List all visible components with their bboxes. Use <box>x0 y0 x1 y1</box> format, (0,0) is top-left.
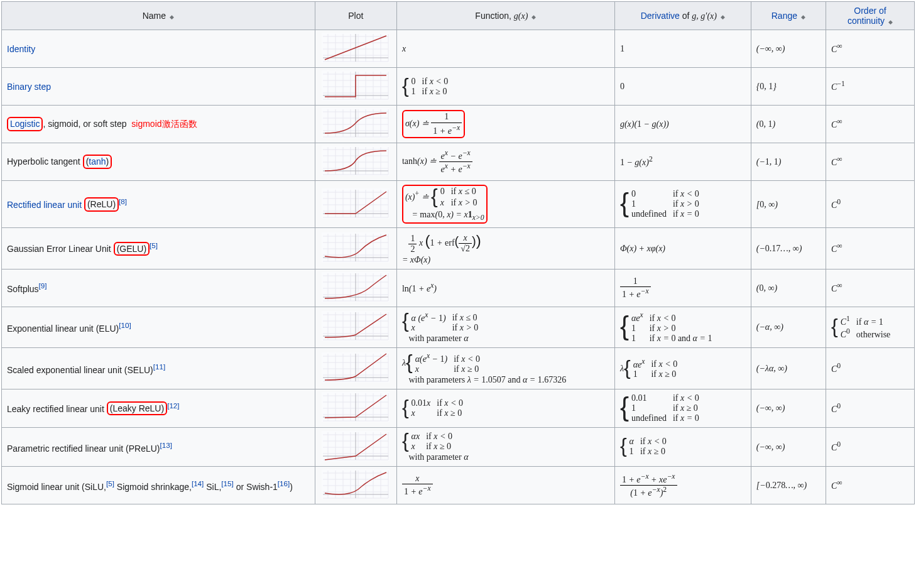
plot-thumbnail[interactable] <box>322 469 390 499</box>
cell-plot <box>315 68 396 106</box>
cell-name: Scaled exponential linear unit (SELU)[11… <box>2 348 315 389</box>
cell-derivative: 1 + e−x + xe−x(1 + e−x)2 <box>614 466 751 504</box>
cell-range: (0, ∞) <box>751 269 826 307</box>
table-row: Sigmoid linear unit (SiLU,[5] Sigmoid sh… <box>2 466 915 504</box>
cell-plot <box>315 181 396 228</box>
cell-continuity: {C1if α = 1C0otherwise <box>826 307 915 348</box>
cell-range: [−0.278…, ∞) <box>751 466 826 504</box>
header-derivative[interactable]: Derivative of g, g′(x) <box>614 2 751 30</box>
cell-name: Exponential linear unit (ELU)[10] <box>2 307 315 348</box>
cell-name: Binary step <box>2 68 315 106</box>
plot-thumbnail[interactable] <box>322 352 390 383</box>
cell-function: σ(x) ≐ 11 + e−x <box>396 106 614 143</box>
cell-range: (0, 1) <box>751 106 826 143</box>
cell-function: λ{α(ex − 1)if x < 0xif x ≥ 0 with parame… <box>396 348 614 389</box>
cell-function: tanh(x) ≐ ex − e−xex + e−x <box>396 143 614 181</box>
cell-derivative: 1 − g(x)2 <box>614 143 751 181</box>
cell-range: (−α, ∞) <box>751 307 826 348</box>
cell-name: Leaky rectified linear unit (Leaky ReLU)… <box>2 389 315 427</box>
plot-thumbnail[interactable] <box>322 108 390 138</box>
cell-function: x <box>396 30 614 68</box>
cell-continuity: C∞ <box>826 106 915 143</box>
cell-function: (x)+ ≐ {0if x ≤ 0xif x > 0 = max(0, x) =… <box>396 181 614 228</box>
cell-derivative: 1 <box>614 30 751 68</box>
cell-range: {0, 1} <box>751 68 826 106</box>
table-row: Rectified linear unit (ReLU)[8] (x)+ ≐ {… <box>2 181 915 228</box>
table-row: Exponential linear unit (ELU)[10] {α (ex… <box>2 307 915 348</box>
cell-derivative: {αexif x < 01if x > 01if x = 0 and α = 1 <box>614 307 751 348</box>
continuity-link[interactable]: Order of continuity <box>848 6 886 26</box>
cell-function: {0.01xif x < 0xif x ≥ 0 <box>396 389 614 427</box>
plot-thumbnail[interactable] <box>322 33 390 63</box>
cell-continuity: C∞ <box>826 30 915 68</box>
cell-continuity: C∞ <box>826 143 915 181</box>
cell-plot <box>315 269 396 307</box>
cell-name: Hyperbolic tangent (tanh) <box>2 143 315 181</box>
range-link[interactable]: Range <box>772 11 797 21</box>
cell-range: (−λα, ∞) <box>751 348 826 389</box>
derivative-link[interactable]: Derivative <box>641 11 680 21</box>
cell-continuity: C0 <box>826 427 915 466</box>
table-row: Parametric rectified linear unit (PReLU)… <box>2 427 915 466</box>
cell-derivative: {0.01if x < 01if x ≥ 0undefinedif x = 0 <box>614 389 751 427</box>
cell-derivative: Φ(x) + xφ(x) <box>614 228 751 269</box>
table-row: Gaussian Error Linear Unit (GELU)[5] 12 … <box>2 228 915 269</box>
table-row: Binary step {0if x < 01if x ≥ 0 0 {0, 1}… <box>2 68 915 106</box>
table-row: Scaled exponential linear unit (SELU)[11… <box>2 348 915 389</box>
cell-function: {αxif x < 0xif x ≥ 0 with parameter α <box>396 427 614 466</box>
header-function[interactable]: Function, g(x) <box>396 2 614 30</box>
plot-thumbnail[interactable] <box>322 272 390 302</box>
cell-range: (−∞, ∞) <box>751 30 826 68</box>
plot-thumbnail[interactable] <box>322 188 390 219</box>
cell-range: (−1, 1) <box>751 143 826 181</box>
header-range[interactable]: Range <box>751 2 826 30</box>
cell-name: Rectified linear unit (ReLU)[8] <box>2 181 315 228</box>
plot-thumbnail[interactable] <box>322 70 390 101</box>
cell-range: (−∞, ∞) <box>751 427 826 466</box>
cell-range: (−0.17…, ∞) <box>751 228 826 269</box>
header-name[interactable]: Name <box>2 2 315 30</box>
cell-function: x1 + e−x <box>396 466 614 504</box>
cell-function: {0if x < 01if x ≥ 0 <box>396 68 614 106</box>
plot-thumbnail[interactable] <box>322 311 390 341</box>
table-row: Logistic, sigmoid, or soft step sigmoid激… <box>2 106 915 143</box>
cell-derivative: {αif x < 01if x ≥ 0 <box>614 427 751 466</box>
cell-name: Sigmoid linear unit (SiLU,[5] Sigmoid sh… <box>2 466 315 504</box>
cell-continuity: C0 <box>826 389 915 427</box>
cell-plot <box>315 348 396 389</box>
cell-range: (−∞, ∞) <box>751 389 826 427</box>
header-continuity[interactable]: Order of continuity <box>826 2 915 30</box>
plot-thumbnail[interactable] <box>322 392 390 422</box>
cell-continuity: C0 <box>826 348 915 389</box>
activation-functions-table: Name Plot Function, g(x) Derivative of g… <box>1 1 915 504</box>
cell-function: {α (ex − 1)if x ≤ 0xif x > 0 with parame… <box>396 307 614 348</box>
cell-continuity: C∞ <box>826 466 915 504</box>
cell-continuity: C∞ <box>826 228 915 269</box>
cell-derivative: λ{αexif x < 01if x ≥ 0 <box>614 348 751 389</box>
cell-function: 12 x (1 + erf(x√2))= xΦ(x) <box>396 228 614 269</box>
plot-thumbnail[interactable] <box>322 431 390 461</box>
table-row: Softplus[9] ln(1 + ex) 11 + e−x (0, ∞) C… <box>2 269 915 307</box>
cell-plot <box>315 106 396 143</box>
cell-continuity: C−1 <box>826 68 915 106</box>
plot-thumbnail[interactable] <box>322 232 390 263</box>
table-header-row: Name Plot Function, g(x) Derivative of g… <box>2 2 915 30</box>
cell-plot <box>315 30 396 68</box>
cell-range: [0, ∞) <box>751 181 826 228</box>
cell-plot <box>315 143 396 181</box>
cell-plot <box>315 307 396 348</box>
cell-derivative: g(x)(1 − g(x)) <box>614 106 751 143</box>
cell-name: Gaussian Error Linear Unit (GELU)[5] <box>2 228 315 269</box>
cell-derivative: 11 + e−x <box>614 269 751 307</box>
cell-plot <box>315 389 396 427</box>
cell-function: ln(1 + ex) <box>396 269 614 307</box>
cell-plot <box>315 466 396 504</box>
table-row: Identity x 1 (−∞, ∞) C∞ <box>2 30 915 68</box>
plot-thumbnail[interactable] <box>322 146 390 176</box>
cell-name: Logistic, sigmoid, or soft step sigmoid激… <box>2 106 315 143</box>
cell-plot <box>315 427 396 466</box>
cell-name: Parametric rectified linear unit (PReLU)… <box>2 427 315 466</box>
table-row: Leaky rectified linear unit (Leaky ReLU)… <box>2 389 915 427</box>
header-plot: Plot <box>315 2 396 30</box>
cell-name: Softplus[9] <box>2 269 315 307</box>
